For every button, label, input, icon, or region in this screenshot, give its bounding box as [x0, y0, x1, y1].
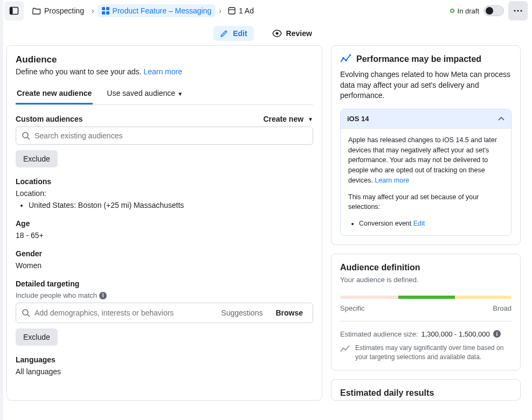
panel-toggle-button[interactable]: [4, 1, 24, 20]
audience-card: Audience Define who you want to see your…: [6, 45, 322, 401]
ios14-body-2: This may affect your ad set because of y…: [348, 192, 503, 213]
breadcrumb-ad-label: 1 Ad: [239, 6, 254, 15]
chart-icon: [340, 345, 350, 353]
create-new-audience-link[interactable]: Create new ▼: [263, 115, 313, 123]
ios14-body-1: Apple has released changes to iOS 14.5 a…: [348, 135, 503, 186]
folder-icon: [32, 6, 41, 15]
ios14-learn-more-link[interactable]: Learn more: [375, 177, 409, 184]
detailed-targeting-input-row: Suggestions Browse: [16, 303, 313, 323]
svg-rect-2: [102, 7, 105, 10]
more-menu-button[interactable]: [508, 1, 528, 20]
svg-point-16: [342, 57, 344, 59]
status-label: In draft: [458, 7, 479, 15]
scale-specific-label: Specific: [340, 304, 365, 312]
breadcrumb-campaign[interactable]: Prospecting: [28, 4, 88, 17]
definition-subtitle: Your audience is defined.: [340, 276, 512, 284]
ios14-title: iOS 14: [347, 115, 369, 123]
status-badge: In draft: [450, 7, 479, 15]
breadcrumb-adset[interactable]: Product Feature – Messaging: [98, 4, 216, 17]
targeting-sublabel: Include people who match: [16, 291, 97, 299]
publish-toggle[interactable]: [483, 5, 504, 16]
languages-value: All languages: [16, 367, 313, 376]
gender-label: Gender: [16, 249, 42, 258]
definition-title: Audience definition: [340, 263, 512, 272]
svg-rect-3: [106, 7, 109, 10]
svg-point-12: [23, 132, 28, 138]
caret-down-icon: ▼: [177, 91, 183, 97]
svg-rect-5: [106, 11, 109, 15]
custom-audience-search-input[interactable]: [34, 131, 307, 140]
chevron-up-icon: [498, 116, 505, 121]
eye-icon: [272, 30, 282, 37]
ios14-header[interactable]: iOS 14: [341, 109, 511, 128]
breadcrumb: Prospecting › Product Feature – Messagin…: [28, 4, 446, 17]
tab-edit-label: Edit: [233, 29, 247, 38]
age-label: Age: [16, 219, 30, 228]
detailed-targeting-input[interactable]: [34, 309, 212, 317]
exclude-targeting-button[interactable]: Exclude: [16, 328, 58, 346]
tab-review[interactable]: Review: [266, 26, 319, 41]
info-icon[interactable]: i: [99, 292, 107, 299]
location-value: United States: Boston (+25 mi) Massachus…: [29, 201, 313, 209]
svg-line-13: [27, 137, 30, 139]
custom-audiences-label: Custom audiences: [16, 115, 82, 123]
svg-rect-6: [229, 8, 235, 14]
performance-icon: [340, 54, 351, 64]
performance-body: Evolving changes related to how Meta can…: [340, 69, 512, 101]
detailed-targeting-label: Detailed targeting: [16, 279, 79, 288]
estimated-size-label: Estimated audience size:: [340, 330, 418, 338]
audience-subtitle: Define who you want to see your ads. Lea…: [16, 67, 313, 76]
age-value: 18 - 65+: [16, 231, 313, 240]
svg-point-17: [345, 59, 347, 61]
audience-definition-card: Audience definition Your audience is def…: [331, 254, 521, 371]
chevron-right-icon: ›: [92, 6, 94, 15]
status-dot-icon: [450, 9, 454, 13]
estimate-note: Estimates may vary significantly over ti…: [355, 344, 512, 362]
mode-tabs: Edit Review: [0, 22, 532, 45]
gender-value: Women: [16, 261, 313, 270]
ios14-notice: iOS 14 Apple has released changes to iOS…: [340, 109, 512, 236]
svg-point-10: [520, 10, 522, 11]
breadcrumb-adset-label: Product Feature – Messaging: [113, 6, 212, 15]
svg-point-9: [517, 10, 519, 11]
exclude-audience-button[interactable]: Exclude: [16, 150, 58, 167]
ios14-reason-item: Conversion event Edit: [359, 219, 503, 229]
audience-tabs: Create new audience Use saved audience▼: [16, 85, 313, 105]
svg-rect-4: [102, 11, 105, 15]
svg-point-11: [275, 32, 278, 35]
breadcrumb-campaign-label: Prospecting: [44, 6, 84, 15]
tab-saved-audience[interactable]: Use saved audience▼: [106, 85, 184, 104]
performance-card: Performance may be impacted Evolving cha…: [331, 45, 521, 245]
audience-title: Audience: [16, 54, 313, 65]
custom-audience-search[interactable]: [16, 127, 313, 145]
daily-results-card: Estimated daily results: [331, 379, 521, 401]
browse-button[interactable]: Browse: [271, 306, 307, 319]
info-icon[interactable]: i: [493, 330, 501, 338]
caret-down-icon: ▼: [308, 116, 313, 122]
suggestions-button[interactable]: Suggestions: [217, 306, 267, 319]
languages-label: Languages: [16, 355, 56, 364]
breadcrumb-ad[interactable]: 1 Ad: [225, 4, 257, 17]
tab-review-label: Review: [286, 29, 312, 38]
location-prefix: Location:: [16, 189, 313, 198]
ios14-edit-link[interactable]: Edit: [413, 220, 425, 227]
daily-results-title: Estimated daily results: [340, 388, 512, 398]
dots-icon: [514, 10, 522, 12]
search-icon: [22, 309, 30, 317]
chevron-right-icon: ›: [219, 6, 222, 15]
svg-point-14: [23, 310, 28, 315]
scale-broad-label: Broad: [493, 304, 512, 312]
tab-create-audience[interactable]: Create new audience: [16, 85, 93, 104]
adset-icon: [102, 7, 109, 15]
audience-learn-more-link[interactable]: Learn more: [143, 67, 182, 76]
locations-label: Locations: [16, 177, 51, 186]
svg-point-8: [514, 10, 515, 11]
search-icon: [22, 131, 30, 140]
tab-edit[interactable]: Edit: [213, 26, 253, 41]
sidebar-icon: [9, 6, 19, 16]
ad-icon: [228, 7, 236, 15]
pencil-icon: [220, 29, 229, 38]
svg-line-15: [27, 314, 30, 317]
svg-rect-1: [10, 8, 13, 15]
estimated-size-value: 1,300,000 - 1,500,000: [422, 330, 490, 338]
